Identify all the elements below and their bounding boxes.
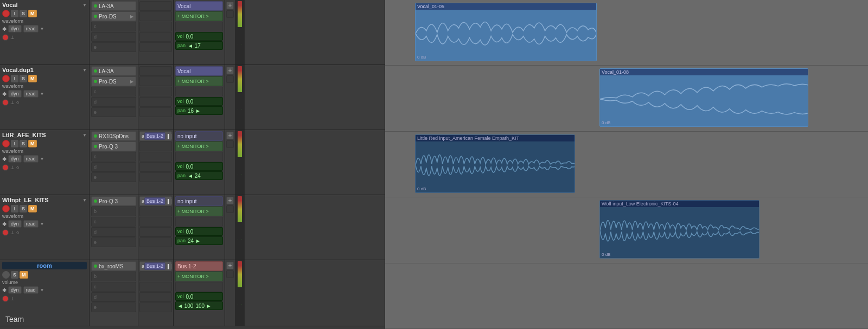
list-btn-ltir[interactable] <box>226 140 234 148</box>
read-dropdown-room[interactable]: ▼ <box>40 288 44 293</box>
rec-btn-dup1[interactable] <box>2 75 10 82</box>
insert-proq-ltir[interactable]: Pro-Q 3 <box>91 141 136 151</box>
insert-proq-wlfnpt[interactable]: Pro-Q 3 <box>91 196 136 206</box>
list-btn-room[interactable] <box>226 270 234 278</box>
track-bottom-wlfnpt: ⊥ ○ <box>2 229 87 236</box>
mute-btn-dup1[interactable]: M <box>28 75 37 82</box>
bottom-rec-wlfnpt[interactable] <box>2 229 9 236</box>
monitor-btn-vocal[interactable]: + MONITOR > <box>175 11 223 21</box>
track-dropdown-ltir[interactable]: ▼ <box>82 133 87 138</box>
io-a-room[interactable]: a Bus 1-2 ▌ <box>139 261 172 271</box>
insert-label-ltir-1: RX10SpDns <box>99 133 129 139</box>
monitor-btn-dup1[interactable]: + MONITOR > <box>175 76 223 86</box>
meter-bar-wlfnpt <box>238 196 242 240</box>
list-btn-dup1[interactable] <box>226 75 234 83</box>
monitor-btn-room[interactable]: + MONITOR > <box>175 272 223 281</box>
input-btn-wlfnpt[interactable]: I <box>11 205 18 212</box>
input-btn-dup1[interactable]: I <box>11 75 18 82</box>
star-icon-dup1[interactable]: ✱ <box>2 91 7 97</box>
insert-la3a-vocal[interactable]: LA-3A <box>91 1 136 11</box>
mode-label-dup1: waveform <box>2 83 87 89</box>
pan-row-dup1: pan 16 ► <box>175 106 223 115</box>
plus-btn-wlfnpt[interactable]: + <box>226 197 234 204</box>
output-btn-ltir[interactable]: no input <box>175 131 223 141</box>
clip-vocal-01-05[interactable]: Vocal_01-05 0 dB <box>415 3 597 61</box>
output-btn-dup1[interactable]: Vocal <box>175 66 223 76</box>
solo-btn-room[interactable]: S <box>11 271 18 279</box>
solo-btn-wlfnpt[interactable]: S <box>20 205 27 212</box>
read-btn-vocal[interactable]: read <box>23 25 39 33</box>
insert-la3a-dup1[interactable]: LA-3A <box>91 66 136 76</box>
insert-label-dup1-1: LA-3A <box>99 68 114 74</box>
track-title-dropdown-vocal[interactable]: ▼ <box>82 3 87 8</box>
dyn-btn-dup1[interactable]: dyn <box>8 90 22 98</box>
io-a-wlfnpt[interactable]: a Bus 1-2 ▌ <box>139 196 172 206</box>
star-icon-wlfnpt[interactable]: ✱ <box>2 221 7 227</box>
input-btn-ltir[interactable]: I <box>11 140 18 147</box>
read-btn-wlfnpt[interactable]: read <box>23 220 39 228</box>
solo-btn-ltir[interactable]: S <box>20 140 27 147</box>
mute-btn-ltir[interactable]: M <box>28 140 37 147</box>
rec-btn-vocal[interactable] <box>2 10 10 17</box>
dyn-btn-room[interactable]: dyn <box>8 286 22 294</box>
meter-col-vocal <box>235 0 245 64</box>
bottom-rec-room[interactable] <box>2 295 9 302</box>
dyn-read-ltir: ✱ dyn read ▼ <box>2 155 87 163</box>
track-ltir: LtIR_AFE_KITS ▼ I S M waveform ✱ dyn rea… <box>0 130 385 195</box>
track-title-room[interactable]: room <box>2 262 87 269</box>
solo-btn-vocal[interactable]: S <box>20 10 27 17</box>
read-dropdown-wlfnpt[interactable]: ▼ <box>40 222 44 227</box>
read-btn-ltir[interactable]: read <box>23 155 39 163</box>
insert-prods-dup1[interactable]: Pro-DS ▶ <box>91 76 136 86</box>
plus-btn-dup1[interactable]: + <box>226 67 234 74</box>
insert-bxrooms-room[interactable]: bx_rooMS <box>91 261 136 271</box>
monitor-btn-wlfnpt[interactable]: + MONITOR > <box>175 207 223 216</box>
star-icon-vocal[interactable]: ✱ <box>2 26 7 32</box>
mute-btn-room[interactable]: M <box>20 271 28 279</box>
read-dropdown-vocal[interactable]: ▼ <box>40 27 44 31</box>
bottom-rec-ltir[interactable] <box>2 164 9 171</box>
output-btn-wlfnpt[interactable]: no input <box>175 196 223 206</box>
bottom-rec-dup1[interactable] <box>2 99 9 106</box>
mute-btn-vocal[interactable]: M <box>28 10 37 17</box>
list-btn-wlfnpt[interactable] <box>226 205 234 213</box>
plus-col-dup1: + <box>225 65 235 130</box>
list-btn-vocal[interactable] <box>226 10 234 18</box>
output-btn-room[interactable]: Bus 1-2 <box>175 261 223 271</box>
solo-btn-dup1[interactable]: S <box>20 75 27 82</box>
dyn-btn-wlfnpt[interactable]: dyn <box>8 220 22 228</box>
plus-btn-ltir[interactable]: + <box>226 132 234 139</box>
read-dropdown-ltir[interactable]: ▼ <box>40 157 44 162</box>
rec-btn-room[interactable] <box>2 271 10 279</box>
clip-wlfnpt[interactable]: Wolf input_Low Electronic_KITS-04 0 dB <box>599 200 760 259</box>
clip-vocal-01-08[interactable]: Vocal_01-08 0 dB <box>599 68 808 127</box>
mute-btn-wlfnpt[interactable]: M <box>28 205 37 212</box>
track-dropdown-dup1[interactable]: ▼ <box>82 68 87 73</box>
io-e-wlfnpt <box>139 237 172 247</box>
input-btn-vocal[interactable]: I <box>11 10 18 17</box>
output-btn-vocal[interactable]: Vocal <box>175 1 223 11</box>
plus-btn-vocal[interactable]: + <box>226 2 234 9</box>
clip-ltir[interactable]: Little Red input_American Female Empath_… <box>415 134 575 193</box>
dyn-btn-vocal[interactable]: dyn <box>8 25 22 33</box>
monitor-btn-ltir[interactable]: + MONITOR > <box>175 141 223 151</box>
plus-btn-room[interactable]: + <box>226 262 234 269</box>
star-icon-room[interactable]: ✱ <box>2 287 7 293</box>
insert-rx-ltir[interactable]: RX10SpDns <box>91 131 136 141</box>
read-btn-room[interactable]: read <box>23 286 39 294</box>
bottom-rec-vocal[interactable] <box>2 34 9 41</box>
io-empty-c-vocal <box>175 22 223 31</box>
read-dropdown-dup1[interactable]: ▼ <box>40 92 44 96</box>
insert-c-wlfnpt: c <box>91 217 136 227</box>
pan-label-vocal: pan <box>177 43 186 48</box>
dyn-btn-ltir[interactable]: dyn <box>8 155 22 163</box>
read-btn-dup1[interactable]: read <box>23 90 39 98</box>
timeline-row-vocal: Vocal_01-05 0 dB <box>385 0 868 66</box>
rec-btn-wlfnpt[interactable] <box>2 205 10 212</box>
track-dropdown-wlfnpt[interactable]: ▼ <box>82 198 87 203</box>
timeline-panel: Vocal_01-05 0 dB Vocal_01-08 0 dB <box>385 0 868 329</box>
io-a-ltir[interactable]: a Bus 1-2 ▌ <box>139 131 172 141</box>
insert-prods-vocal[interactable]: Pro-DS ▶ <box>91 11 136 21</box>
star-icon-ltir[interactable]: ✱ <box>2 156 7 162</box>
rec-btn-ltir[interactable] <box>2 140 10 147</box>
